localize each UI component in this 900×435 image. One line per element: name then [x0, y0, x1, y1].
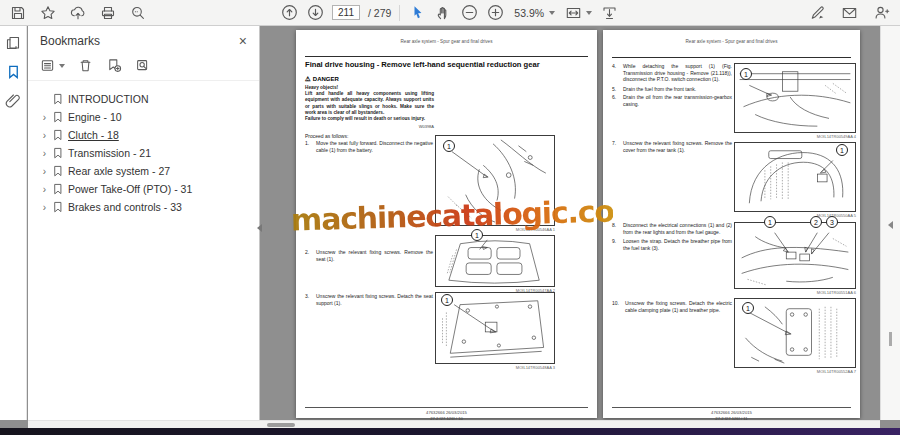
step-number: 6. [612, 94, 620, 107]
page-count-label: / 279 [368, 7, 391, 19]
page-thumbnails-button[interactable] [5, 35, 21, 51]
delete-bookmark-button[interactable] [78, 58, 93, 73]
share-upload-button[interactable] [69, 4, 87, 22]
horizontal-scrollbar[interactable] [28, 420, 880, 428]
chevron-right-icon[interactable]: › [41, 130, 48, 141]
step-number: 7. [612, 140, 620, 153]
figure-caption: MOIL14TR00549AA 4 [734, 134, 856, 139]
expand-bookmark-button[interactable] [135, 58, 150, 73]
figure-electrical-connections: 1 2 3 MOIL14TR00551AA 6 [734, 222, 856, 295]
page-footer-code: 47632666 26/03/2015 [296, 410, 597, 415]
save-icon [10, 5, 26, 21]
bookmarks-title: Bookmarks [40, 34, 100, 48]
close-panel-button[interactable]: × [239, 34, 247, 48]
chevron-right-icon[interactable]: › [41, 202, 48, 213]
figure-caption: MOIL14TR00548AA 3 [435, 365, 555, 370]
bookmarks-panel-button[interactable] [6, 64, 21, 80]
hand-icon [435, 5, 451, 21]
chevron-right-icon[interactable]: › [41, 148, 48, 159]
step-text: Unscrew the relevant fixing screws. Deta… [316, 293, 433, 306]
step-text: While detaching the support (1) (Fig. Tr… [623, 63, 732, 83]
step-item: 9. Loosen the strap. Detach the breather… [612, 238, 732, 251]
zoom-level-dropdown[interactable]: 53.9% [512, 7, 557, 19]
star-button[interactable] [39, 4, 57, 22]
attachments-panel-button[interactable] [5, 93, 21, 109]
bookmark-item-brakes[interactable]: › Brakes and controls - 33 [28, 198, 259, 216]
step-text: Drain the fuel from the front tank. [623, 86, 732, 93]
step-item: 10. Unscrew the fixing screws. Detach th… [612, 300, 732, 313]
danger-text: Heavy objects! Lift and handle all heavy… [305, 85, 434, 122]
footer-rule [612, 407, 851, 408]
page-up-icon [281, 4, 298, 21]
danger-box: ⚠ DANGER Heavy objects! Lift and handle … [305, 75, 434, 129]
options-list-icon [40, 58, 55, 73]
bookmark-item-clutch[interactable]: › Clutch - 18 [28, 126, 259, 144]
step-item: 5. Drain the fuel from the front tank. [612, 86, 732, 93]
bookmark-icon [53, 165, 63, 177]
page-display-button[interactable] [600, 4, 618, 22]
bookmark-item-pto[interactable]: › Power Take-Off (PTO) - 31 [28, 180, 259, 198]
fit-width-dropdown[interactable] [565, 5, 592, 21]
bookmarks-header: Bookmarks × [28, 26, 259, 54]
bookmarks-panel: Bookmarks × INTRODUCTION › Engine - 10 ›… [28, 26, 260, 420]
person-add-icon [873, 5, 890, 21]
next-page-button[interactable] [306, 4, 324, 22]
bookmark-label: Clutch - 18 [68, 129, 119, 141]
collapse-panel-arrow[interactable] [257, 224, 262, 232]
zoom-out-button[interactable] [460, 4, 478, 22]
bookmark-options-button[interactable] [40, 58, 65, 73]
step-number: 9. [612, 238, 620, 251]
step-item: 7. Unscrew the relevant fixing screws. R… [612, 140, 732, 153]
step-item: 1. Move the seat fully forward. Disconne… [305, 140, 433, 153]
figure-caption: MOIL14TR00552AA 7 [734, 369, 856, 374]
bookmarks-list: INTRODUCTION › Engine - 10 › Clutch - 18… [28, 81, 259, 216]
new-bookmark-button[interactable] [106, 58, 122, 73]
zoom-in-button[interactable] [486, 4, 504, 22]
step-number: 10. [612, 300, 622, 313]
step-item: 3. Unscrew the relevant fixing screws. D… [305, 293, 433, 306]
bookmark-item-transmission[interactable]: › Transmission - 21 [28, 144, 259, 162]
horizontal-scrollbar-thumb[interactable] [267, 423, 295, 427]
bookmark-item-introduction[interactable]: INTRODUCTION [28, 90, 259, 108]
figure-seat: 1 MOIL14TR00547AA 2 [435, 235, 555, 293]
step-item: 6. Drain the oil from the rear transmiss… [612, 94, 732, 107]
figure-illustration [735, 223, 855, 288]
pen-icon [809, 5, 826, 21]
minus-circle-icon [461, 4, 478, 21]
select-tool-button[interactable] [408, 4, 426, 22]
header-rule [305, 56, 588, 57]
page-number-input[interactable] [332, 5, 360, 20]
step-number: 2. [305, 249, 313, 262]
bookmark-label: Power Take-Off (PTO) - 31 [68, 183, 192, 195]
bookmark-icon [53, 147, 63, 159]
hand-tool-button[interactable] [434, 4, 452, 22]
star-icon [40, 5, 56, 21]
figure-illustration [436, 293, 554, 363]
bookmark-item-engine[interactable]: › Engine - 10 [28, 108, 259, 126]
step-text: Loosen the strap. Detach the breather pi… [623, 238, 732, 251]
search-button[interactable] [129, 4, 147, 22]
figure-seat-support: 1 MOIL14TR00548AA 3 [435, 292, 555, 370]
send-mail-button[interactable] [840, 4, 858, 22]
vertical-scrollbar-thumb[interactable] [889, 332, 892, 346]
figure-illustration [436, 236, 554, 286]
section-title: Final drive housing - Remove left-hand s… [305, 60, 588, 69]
printer-icon [100, 5, 116, 21]
save-button[interactable] [9, 4, 27, 22]
chevron-right-icon[interactable]: › [41, 184, 48, 195]
expand-tools-arrow[interactable] [888, 221, 893, 229]
chevron-down-icon [549, 11, 555, 15]
chevron-right-icon[interactable]: › [41, 112, 48, 123]
share-people-button[interactable] [872, 4, 890, 22]
bookmark-icon [6, 64, 21, 80]
step-number: 1. [305, 140, 313, 153]
chevron-right-icon[interactable]: › [41, 166, 48, 177]
fill-sign-button[interactable] [808, 4, 826, 22]
callout-circle: 1 [836, 144, 848, 156]
bookmark-item-rear-axle[interactable]: › Rear axle system - 27 [28, 162, 259, 180]
toolbar-right-group [808, 0, 890, 25]
previous-page-button[interactable] [280, 4, 298, 22]
plus-circle-icon [487, 4, 504, 21]
taskbar-edge [0, 428, 900, 435]
print-button[interactable] [99, 4, 117, 22]
